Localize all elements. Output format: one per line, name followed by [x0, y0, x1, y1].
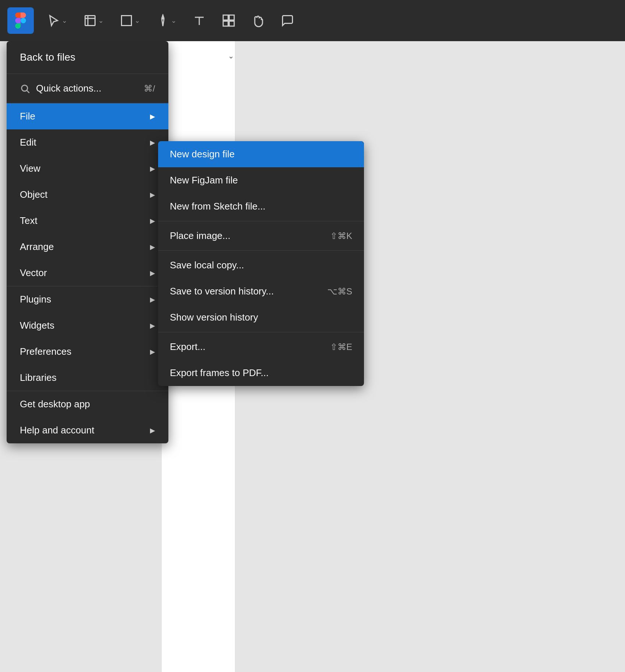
menu-item-text[interactable]: Text ▶ — [7, 208, 168, 234]
submenu-show-version-history-label: Show version history — [170, 312, 258, 323]
menu-item-vector[interactable]: Vector ▶ — [7, 260, 168, 286]
frame-tool-button[interactable]: ⌄ — [81, 12, 107, 29]
main-area: ⌄ Back to files Quick actions... ⌘/ File… — [0, 41, 625, 672]
select-tool-button[interactable]: ⌄ — [44, 12, 70, 29]
submenu-new-figjam-file[interactable]: New FigJam file — [158, 167, 364, 193]
svg-rect-0 — [85, 16, 95, 26]
svg-point-12 — [22, 85, 28, 91]
quick-actions-label: Quick actions... — [36, 83, 101, 94]
submenu-export-pdf-label: Export frames to PDF... — [170, 367, 269, 379]
select-chevron: ⌄ — [62, 17, 67, 25]
menu-section-3: Get desktop app Help and account ▶ — [7, 391, 168, 443]
menu-item-text-arrow: ▶ — [150, 217, 155, 225]
panel-chevron[interactable]: ⌄ — [228, 51, 234, 60]
menu-item-plugins-label: Plugins — [20, 294, 51, 305]
svg-rect-7 — [223, 15, 228, 20]
menu-section-2: Plugins ▶ Widgets ▶ Preferences ▶ Librar… — [7, 286, 168, 391]
menu-item-arrange-arrow: ▶ — [150, 243, 155, 251]
submenu-save-version-history-label: Save to version history... — [170, 286, 274, 297]
back-to-files-item[interactable]: Back to files — [7, 41, 168, 74]
menu-item-view-label: View — [20, 163, 40, 174]
menu-item-text-label: Text — [20, 215, 38, 226]
quick-actions-shortcut: ⌘/ — [144, 83, 155, 94]
menu-item-plugins-arrow: ▶ — [150, 296, 155, 304]
menu-item-object-arrow: ▶ — [150, 191, 155, 199]
menu-item-widgets-label: Widgets — [20, 320, 54, 331]
shape-tool-button[interactable]: ⌄ — [117, 12, 143, 29]
pen-tool-button[interactable]: ⌄ — [153, 12, 179, 29]
menu-item-object[interactable]: Object ▶ — [7, 182, 168, 208]
text-tool-button[interactable] — [190, 12, 209, 29]
submenu-export-label: Export... — [170, 341, 206, 353]
toolbar: ⌄ ⌄ ⌄ ⌄ — [0, 0, 625, 41]
menu-item-libraries[interactable]: Libraries — [7, 365, 168, 391]
submenu-export-pdf[interactable]: Export frames to PDF... — [158, 360, 364, 386]
svg-rect-8 — [229, 15, 235, 20]
menu-section-1: File ▶ Edit ▶ View ▶ Object ▶ Text ▶ Arr… — [7, 103, 168, 286]
submenu-divider-2 — [158, 250, 364, 251]
submenu-place-image-label: Place image... — [170, 230, 231, 242]
svg-rect-9 — [223, 21, 228, 26]
submenu-save-version-history-shortcut: ⌥⌘S — [327, 286, 352, 297]
svg-point-11 — [228, 19, 230, 22]
submenu-save-local-copy[interactable]: Save local copy... — [158, 252, 364, 278]
menu-item-help-account-arrow: ▶ — [150, 426, 155, 435]
submenu-new-from-sketch-label: New from Sketch file... — [170, 201, 265, 212]
menu-item-edit-arrow: ▶ — [150, 139, 155, 147]
submenu-new-from-sketch[interactable]: New from Sketch file... — [158, 193, 364, 219]
submenu-divider-3 — [158, 332, 364, 332]
submenu-new-figjam-file-label: New FigJam file — [170, 175, 238, 186]
frame-chevron: ⌄ — [98, 17, 104, 25]
menu-item-plugins[interactable]: Plugins ▶ — [7, 286, 168, 312]
figma-logo-button[interactable] — [7, 7, 34, 34]
submenu-divider-1 — [158, 221, 364, 221]
menu-item-desktop-app[interactable]: Get desktop app — [7, 391, 168, 417]
pen-chevron: ⌄ — [171, 17, 176, 25]
menu-item-vector-label: Vector — [20, 267, 47, 279]
file-submenu-dropdown: New design file New FigJam file New from… — [158, 141, 364, 386]
submenu-show-version-history[interactable]: Show version history — [158, 304, 364, 330]
svg-rect-3 — [122, 16, 132, 26]
menu-item-view[interactable]: View ▶ — [7, 156, 168, 182]
shape-chevron: ⌄ — [135, 17, 140, 25]
menu-item-help-account[interactable]: Help and account ▶ — [7, 417, 168, 443]
submenu-place-image-shortcut: ⇧⌘K — [330, 231, 352, 241]
menu-item-file[interactable]: File ▶ — [7, 103, 168, 129]
submenu-export[interactable]: Export... ⇧⌘E — [158, 334, 364, 360]
menu-item-arrange[interactable]: Arrange ▶ — [7, 234, 168, 260]
svg-line-13 — [27, 90, 29, 93]
menu-item-file-arrow: ▶ — [150, 112, 155, 121]
menu-item-object-label: Object — [20, 189, 47, 200]
submenu-save-local-copy-label: Save local copy... — [170, 260, 244, 271]
menu-item-widgets[interactable]: Widgets ▶ — [7, 312, 168, 339]
menu-item-widgets-arrow: ▶ — [150, 322, 155, 330]
submenu-new-design-file[interactable]: New design file — [158, 141, 364, 167]
comment-tool-button[interactable] — [278, 12, 297, 29]
menu-item-help-account-label: Help and account — [20, 425, 94, 436]
submenu-place-image[interactable]: Place image... ⇧⌘K — [158, 223, 364, 249]
quick-actions-item[interactable]: Quick actions... ⌘/ — [7, 74, 168, 103]
submenu-new-design-file-label: New design file — [170, 149, 235, 160]
menu-item-view-arrow: ▶ — [150, 165, 155, 173]
main-menu-dropdown: Back to files Quick actions... ⌘/ File ▶… — [7, 41, 168, 443]
svg-rect-10 — [229, 21, 235, 26]
svg-point-4 — [162, 18, 164, 19]
menu-item-preferences-label: Preferences — [20, 346, 71, 357]
menu-item-file-label: File — [20, 111, 35, 122]
component-tool-button[interactable] — [219, 12, 238, 29]
menu-item-edit-label: Edit — [20, 137, 36, 148]
menu-item-vector-arrow: ▶ — [150, 269, 155, 277]
menu-item-preferences[interactable]: Preferences ▶ — [7, 339, 168, 365]
menu-item-preferences-arrow: ▶ — [150, 348, 155, 356]
menu-item-edit[interactable]: Edit ▶ — [7, 129, 168, 156]
menu-item-arrange-label: Arrange — [20, 241, 54, 253]
hand-tool-button[interactable] — [249, 12, 268, 29]
submenu-export-shortcut: ⇧⌘E — [330, 342, 352, 352]
search-icon — [20, 83, 30, 94]
submenu-save-version-history[interactable]: Save to version history... ⌥⌘S — [158, 278, 364, 304]
